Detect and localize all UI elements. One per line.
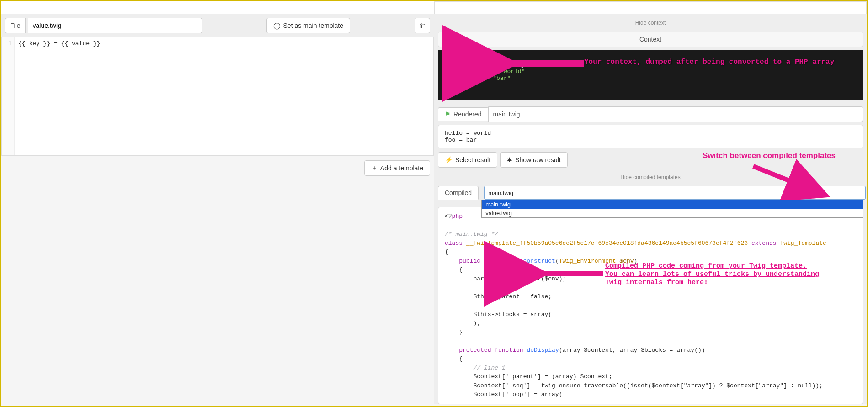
delete-template-button[interactable]: 🗑 — [415, 18, 430, 33]
bolt-icon: ⚡ — [445, 156, 453, 164]
rendered-tab[interactable]: ⚑ Rendered — [438, 107, 489, 121]
asterisk-icon: ✱ — [507, 156, 512, 164]
set-main-label: Set as main template — [283, 22, 344, 29]
file-toolbar: File ◯ Set as main template 🗑 — [1, 14, 434, 37]
file-name-input[interactable] — [28, 18, 202, 33]
dropdown-option-value[interactable]: value.twig — [482, 209, 863, 217]
compiled-template-select[interactable] — [484, 186, 866, 200]
hide-context-link[interactable]: Hide context — [434, 17, 867, 29]
context-dump: array:1 [▼ "array" => array:2 [▼ "hello"… — [438, 50, 863, 100]
code-content: {{ key }} = {{ value }} — [15, 37, 104, 155]
rendered-filename: main.twig — [488, 106, 863, 122]
rendered-output: hello = world foo = bar — [438, 125, 863, 148]
template-code-editor[interactable]: 1 {{ key }} = {{ value }} — [1, 37, 434, 156]
flag-icon: ⚑ — [445, 111, 451, 118]
trash-icon: 🗑 — [419, 22, 426, 29]
select-result-button[interactable]: ⚡ Select result — [438, 152, 497, 168]
plus-icon: ＋ — [371, 164, 378, 172]
switch-annotation: Switch between compiled templates — [703, 151, 836, 160]
compiled-code: <?<?phpphp /* main.twig */ class __TwigT… — [438, 207, 863, 404]
file-label: File — [5, 18, 26, 33]
context-header: Context — [438, 32, 863, 47]
add-template-button[interactable]: ＋ Add a template — [364, 160, 430, 176]
compiled-dropdown: main.twig value.twig — [481, 200, 863, 218]
set-main-template-button[interactable]: ◯ Set as main template — [266, 18, 351, 33]
compiled-tab[interactable]: Compiled — [438, 186, 479, 200]
show-raw-result-button[interactable]: ✱ Show raw result — [500, 152, 568, 168]
add-template-label: Add a template — [380, 164, 423, 172]
dropdown-option-main[interactable]: main.twig — [482, 200, 863, 209]
stop-icon: ◯ — [273, 22, 281, 29]
gutter: 1 — [2, 37, 15, 155]
hide-compiled-link[interactable]: Hide compiled templates — [434, 171, 867, 183]
